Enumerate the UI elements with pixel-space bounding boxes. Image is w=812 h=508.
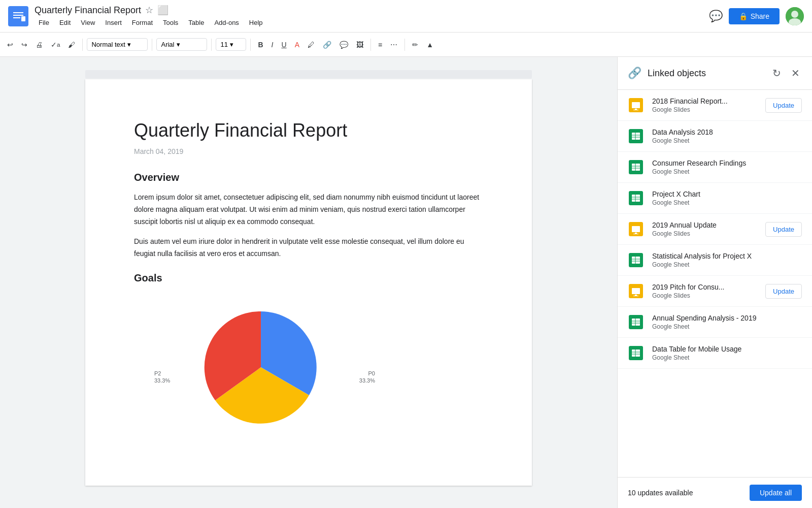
share-button[interactable]: 🔒 Share <box>729 8 780 24</box>
linked-item-type: Google Slides <box>652 106 757 113</box>
redo-button[interactable]: ↪ <box>18 39 30 51</box>
svg-rect-29 <box>635 233 637 234</box>
p0-pct: 33.3% <box>359 377 375 384</box>
font-size-select[interactable]: 11 ▾ <box>216 38 246 51</box>
goals-title: Goals <box>134 272 483 284</box>
linked-item-type: Google Sheet <box>652 137 802 144</box>
ruler-bar <box>85 70 532 78</box>
linked-objects-panel: 🔗 Linked objects ↻ ✕ 2018 Financial Repo… <box>617 57 812 508</box>
doc-title-area: Quarterly Financial Report ☆ ⬜ File Edit… <box>35 5 709 27</box>
update-button[interactable]: Update <box>765 284 802 299</box>
menu-view[interactable]: View <box>77 18 99 27</box>
menu-tools[interactable]: Tools <box>159 18 182 27</box>
separator-2 <box>152 39 152 51</box>
slides-icon <box>628 283 644 299</box>
folder-icon[interactable]: ⬜ <box>157 5 168 16</box>
link-panel-icon: 🔗 <box>628 67 641 80</box>
image-button[interactable]: 🖼 <box>353 39 366 51</box>
svg-rect-46 <box>632 350 640 357</box>
sheets-icon <box>628 190 644 206</box>
chevron-down-icon: ▾ <box>177 41 180 48</box>
doc-area: Quarterly Financial Report March 04, 201… <box>0 57 617 508</box>
linked-item[interactable]: Project X Chart Google Sheet <box>618 183 812 214</box>
undo-button[interactable]: ↩ <box>4 39 16 51</box>
menu-bar: File Edit View Insert Format Tools Table… <box>35 18 709 27</box>
style-select[interactable]: Normal text ▾ <box>87 38 148 51</box>
svg-rect-4 <box>21 16 25 21</box>
update-button[interactable]: Update <box>765 222 802 237</box>
avatar[interactable] <box>786 7 804 25</box>
separator-3 <box>211 39 212 51</box>
main-layout: Quarterly Financial Report March 04, 201… <box>0 57 812 508</box>
toolbar: ↩ ↪ 🖨 ✓a 🖌 Normal text ▾ Arial ▾ 11 ▾ B … <box>0 33 812 57</box>
linked-item[interactable]: 2018 Financial Report... Google Slides U… <box>618 90 812 121</box>
collapse-button[interactable]: ▲ <box>423 39 436 51</box>
slides-icon <box>628 97 644 113</box>
menu-edit[interactable]: Edit <box>55 18 75 27</box>
highlight-button[interactable]: 🖊 <box>304 39 318 51</box>
sheets-icon <box>628 252 644 268</box>
menu-table[interactable]: Table <box>184 18 208 27</box>
linked-item[interactable]: 2019 Pitch for Consu... Google Slides Up… <box>618 276 812 307</box>
linked-item-info: Annual Spending Analysis - 2019 Google S… <box>652 314 802 330</box>
svg-rect-3 <box>13 17 20 18</box>
chevron-down-icon: ▾ <box>127 41 131 48</box>
bold-button[interactable]: B <box>255 39 266 51</box>
linked-item-type: Google Sheet <box>652 354 802 361</box>
comment-icon[interactable]: 💬 <box>709 10 723 23</box>
sheets-icon <box>628 345 644 361</box>
menu-help[interactable]: Help <box>245 18 267 27</box>
linked-item-info: 2019 Pitch for Consu... Google Slides <box>652 283 757 299</box>
close-panel-button[interactable]: ✕ <box>789 65 802 81</box>
p0-label: P0 <box>368 370 375 376</box>
refresh-button[interactable]: ↻ <box>770 65 783 81</box>
linked-item[interactable]: Consumer Research Findings Google Sheet <box>618 152 812 183</box>
doc-page[interactable]: Quarterly Financial Report March 04, 201… <box>85 79 532 486</box>
overview-title: Overview <box>134 172 483 183</box>
menu-format[interactable]: Format <box>128 18 157 27</box>
p2-pct: 33.3% <box>154 377 170 384</box>
linked-item[interactable]: Data Table for Mobile Usage Google Sheet <box>618 338 812 369</box>
linked-item[interactable]: Annual Spending Analysis - 2019 Google S… <box>618 307 812 338</box>
linked-item-name: Data Table for Mobile Usage <box>652 345 802 353</box>
font-select[interactable]: Arial ▾ <box>156 38 207 51</box>
menu-insert[interactable]: Insert <box>101 18 126 27</box>
linked-item-name: 2019 Pitch for Consu... <box>652 283 757 291</box>
sheets-icon <box>628 314 644 330</box>
svg-rect-37 <box>632 288 640 294</box>
linked-item-type: Google Sheet <box>652 323 802 330</box>
menu-file[interactable]: File <box>35 18 53 27</box>
separator-5 <box>370 39 371 51</box>
spelling-button[interactable]: ✓a <box>48 39 63 51</box>
align-button[interactable]: ≡ <box>375 39 385 51</box>
linked-item[interactable]: Statistical Analysis for Project X Googl… <box>618 245 812 276</box>
paint-format-button[interactable]: 🖌 <box>65 39 78 51</box>
linked-item-type: Google Sheet <box>652 199 802 206</box>
underline-button[interactable]: U <box>279 39 290 51</box>
linked-item-name: Data Analysis 2018 <box>652 128 802 136</box>
svg-rect-38 <box>635 295 637 296</box>
linked-item[interactable]: Data Analysis 2018 Google Sheet <box>618 121 812 152</box>
linked-item-type: Google Slides <box>652 292 757 299</box>
separator-1 <box>82 39 83 51</box>
linked-item-name: 2018 Financial Report... <box>652 97 757 105</box>
font-color-button[interactable]: A <box>292 39 302 51</box>
p2-label: P2 <box>154 370 161 376</box>
italic-button[interactable]: I <box>268 39 277 51</box>
link-button[interactable]: 🔗 <box>320 39 334 51</box>
slides-icon <box>628 221 644 237</box>
sheets-icon <box>628 128 644 144</box>
update-all-button[interactable]: Update all <box>750 485 802 501</box>
update-button[interactable]: Update <box>765 98 802 113</box>
more-button[interactable]: ⋯ <box>387 39 400 51</box>
linked-item-name: Project X Chart <box>652 190 802 198</box>
pen-button[interactable]: ✏ <box>409 39 421 51</box>
print-button[interactable]: 🖨 <box>32 39 46 51</box>
comment-inline-button[interactable]: 💬 <box>336 39 351 51</box>
svg-rect-30 <box>633 234 638 234</box>
menu-addons[interactable]: Add-ons <box>210 18 243 27</box>
svg-point-6 <box>791 11 798 18</box>
separator-4 <box>250 39 251 51</box>
star-icon[interactable]: ☆ <box>145 5 153 16</box>
linked-item[interactable]: 2019 Annual Update Google Slides Update <box>618 214 812 245</box>
